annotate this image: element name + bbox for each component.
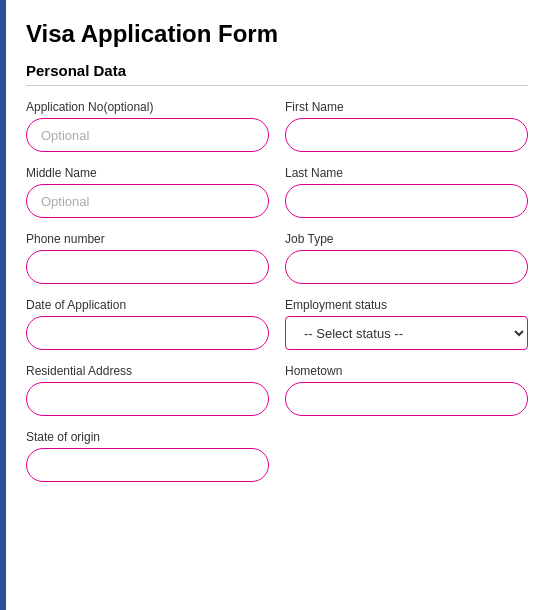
- label-state-of-origin: State of origin: [26, 430, 269, 444]
- form-container: Visa Application Form Personal Data Appl…: [6, 0, 548, 610]
- form-title: Visa Application Form: [26, 20, 528, 48]
- label-residential-address: Residential Address: [26, 364, 269, 378]
- field-first-name: First Name: [285, 100, 528, 152]
- row-address-hometown: Residential Address Hometown: [26, 364, 528, 416]
- field-state-of-origin: State of origin: [26, 430, 269, 482]
- input-date-application[interactable]: [26, 316, 269, 350]
- row-phone-jobtype: Phone number Job Type: [26, 232, 528, 284]
- label-job-type: Job Type: [285, 232, 528, 246]
- row-date-employment: Date of Application Employment status --…: [26, 298, 528, 350]
- field-employment-status: Employment status -- Select status -- Em…: [285, 298, 528, 350]
- section-divider: [26, 85, 528, 86]
- field-job-type: Job Type: [285, 232, 528, 284]
- field-residential-address: Residential Address: [26, 364, 269, 416]
- row-state-origin: State of origin: [26, 430, 528, 482]
- field-last-name: Last Name: [285, 166, 528, 218]
- input-state-of-origin[interactable]: [26, 448, 269, 482]
- select-employment-status[interactable]: -- Select status -- Employed Unemployed …: [285, 316, 528, 350]
- input-middle-name[interactable]: [26, 184, 269, 218]
- label-first-name: First Name: [285, 100, 528, 114]
- label-employment-status: Employment status: [285, 298, 528, 312]
- page-container: Visa Application Form Personal Data Appl…: [0, 0, 548, 610]
- label-date-application: Date of Application: [26, 298, 269, 312]
- label-phone-number: Phone number: [26, 232, 269, 246]
- label-middle-name: Middle Name: [26, 166, 269, 180]
- input-first-name[interactable]: [285, 118, 528, 152]
- field-hometown: Hometown: [285, 364, 528, 416]
- field-date-application: Date of Application: [26, 298, 269, 350]
- input-phone-number[interactable]: [26, 250, 269, 284]
- label-application-no: Application No(optional): [26, 100, 269, 114]
- input-residential-address[interactable]: [26, 382, 269, 416]
- input-hometown[interactable]: [285, 382, 528, 416]
- row-middlename-lastname: Middle Name Last Name: [26, 166, 528, 218]
- label-last-name: Last Name: [285, 166, 528, 180]
- field-middle-name: Middle Name: [26, 166, 269, 218]
- input-last-name[interactable]: [285, 184, 528, 218]
- input-job-type[interactable]: [285, 250, 528, 284]
- input-application-no[interactable]: [26, 118, 269, 152]
- label-hometown: Hometown: [285, 364, 528, 378]
- row-application-firstname: Application No(optional) First Name: [26, 100, 528, 152]
- section-title: Personal Data: [26, 62, 528, 79]
- field-application-no: Application No(optional): [26, 100, 269, 152]
- field-placeholder-empty: [285, 430, 528, 482]
- field-phone-number: Phone number: [26, 232, 269, 284]
